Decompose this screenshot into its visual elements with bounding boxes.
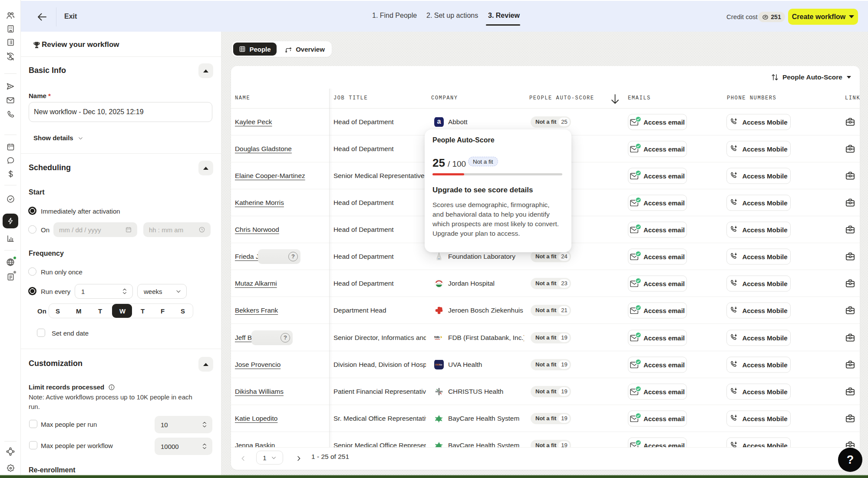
svg-text:fdb: fdb — [434, 335, 440, 339]
svg-text:He: He — [439, 364, 442, 366]
